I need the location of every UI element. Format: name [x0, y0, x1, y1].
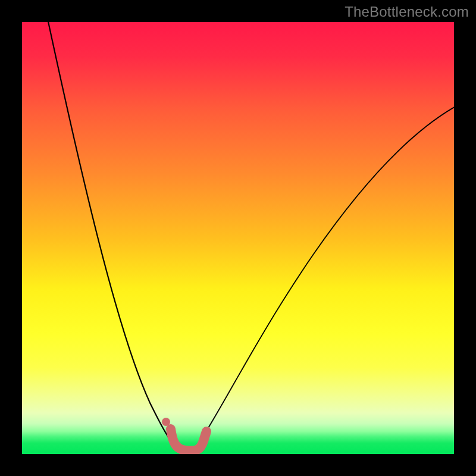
marker-dot [162, 418, 170, 426]
chart-frame: TheBottleneck.com [0, 0, 476, 476]
series-left-branch [47, 22, 173, 443]
plot-area [22, 22, 454, 454]
watermark-text: TheBottleneck.com [345, 4, 469, 20]
curve-layer [22, 22, 454, 454]
series-right-branch [199, 105, 454, 442]
series-bottom-u-marker [171, 429, 206, 451]
